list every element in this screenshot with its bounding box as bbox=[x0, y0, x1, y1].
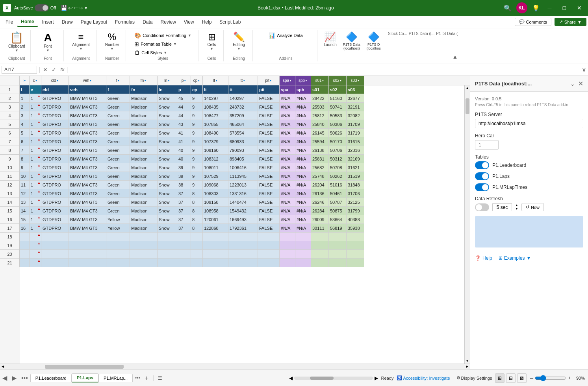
cell-8-2[interactable]: GTDPRO bbox=[41, 146, 69, 155]
cell-1-12[interactable]: spa bbox=[280, 85, 295, 94]
cell-7-2[interactable]: GTDPRO bbox=[41, 137, 69, 146]
bottom-scroll-track[interactable] bbox=[294, 377, 373, 380]
cell-3-9[interactable]: 108435 bbox=[203, 103, 228, 111]
cell-12-8[interactable]: 9 bbox=[191, 181, 203, 189]
cell-12-13[interactable]: #N/A bbox=[295, 181, 311, 189]
refresh-interval-input[interactable] bbox=[492, 203, 512, 211]
cell-13-14[interactable]: 26136 bbox=[311, 189, 329, 198]
cell-12-4[interactable]: Green bbox=[106, 181, 130, 189]
cell-16-15[interactable]: 53664 bbox=[329, 215, 347, 224]
cell-21-3[interactable] bbox=[69, 259, 106, 267]
cell-10-9[interactable]: 108011 bbox=[203, 163, 228, 172]
cell-17-2[interactable]: GTDPRO bbox=[41, 224, 69, 233]
number-button[interactable]: % Number ▼ bbox=[104, 31, 121, 52]
cell-4-16[interactable]: 32082 bbox=[347, 111, 364, 120]
cell-5-4[interactable]: Green bbox=[106, 120, 130, 129]
cell-16-16[interactable]: 40388 bbox=[347, 215, 364, 224]
cell-17-5[interactable]: Madison bbox=[130, 224, 158, 233]
analyze-data-button[interactable]: 📊 Analyze Data bbox=[266, 31, 305, 39]
row-header-1[interactable]: 1 bbox=[0, 85, 20, 94]
share-button[interactable]: ↗ Share ▼ bbox=[555, 18, 586, 26]
examples-link[interactable]: ⊞ Examples ▼ bbox=[499, 255, 531, 261]
cell-12-16[interactable]: 31848 bbox=[347, 181, 364, 189]
cell-10-8[interactable]: 9 bbox=[191, 163, 203, 172]
menu-draw[interactable]: Draw bbox=[58, 18, 77, 26]
row-header-15[interactable]: 15 bbox=[0, 207, 20, 215]
cell-11-3[interactable]: BMW M4 GT3 bbox=[69, 172, 106, 181]
cell-17-9[interactable]: 122868 bbox=[203, 224, 228, 233]
cell-9-10[interactable]: 898405 bbox=[228, 155, 258, 163]
scroll-left-button[interactable]: ◀ bbox=[0, 364, 6, 369]
cell-7-0[interactable]: 6 bbox=[20, 137, 30, 146]
cell-11-10[interactable]: 1113945 bbox=[228, 172, 258, 181]
cell-20-10[interactable] bbox=[228, 250, 258, 259]
cell-15-14[interactable]: 26284 bbox=[311, 207, 329, 215]
formula-cancel-icon[interactable]: ✕ bbox=[42, 66, 49, 73]
cell-20-0[interactable] bbox=[20, 250, 30, 259]
cell-5-14[interactable]: 25840 bbox=[311, 120, 329, 129]
clipboard-button[interactable]: 📋 Clipboard ▼ bbox=[7, 31, 27, 53]
menu-view[interactable]: View bbox=[180, 18, 198, 26]
cell-15-6[interactable]: Snow bbox=[158, 207, 177, 215]
cell-21-7[interactable] bbox=[177, 259, 191, 267]
cell-6-0[interactable]: 5 bbox=[20, 129, 30, 137]
menu-home[interactable]: Home bbox=[17, 17, 38, 27]
cell-16-12[interactable]: #N/A bbox=[280, 215, 295, 224]
cell-7-12[interactable]: #N/A bbox=[280, 137, 295, 146]
cell-8-7[interactable]: 40 bbox=[177, 146, 191, 155]
laps-toggle[interactable] bbox=[475, 172, 489, 180]
p1ts-localhost-button[interactable]: 🔷 P1TS Data(localhost) bbox=[341, 31, 362, 51]
cell-1-15[interactable]: s02 bbox=[329, 85, 347, 94]
cell-15-9[interactable]: 108958 bbox=[203, 207, 228, 215]
cell-12-2[interactable]: GTDPRO bbox=[41, 181, 69, 189]
cell-4-11[interactable]: FALSE bbox=[258, 111, 280, 120]
menu-page-layout[interactable]: Page Layout bbox=[77, 18, 111, 26]
cell-15-16[interactable]: 31799 bbox=[347, 207, 364, 215]
cell-13-15[interactable]: 50461 bbox=[329, 189, 347, 198]
cell-11-6[interactable]: Snow bbox=[158, 172, 177, 181]
cell-19-1[interactable]: ▲ bbox=[30, 241, 41, 250]
search-icon[interactable]: 🔍 bbox=[504, 4, 512, 12]
cell-16-5[interactable]: Madison bbox=[130, 215, 158, 224]
cell-18-14[interactable] bbox=[311, 233, 329, 241]
cell-21-5[interactable] bbox=[130, 259, 158, 267]
cell-14-5[interactable]: Madison bbox=[130, 198, 158, 207]
cell-7-15[interactable]: 50170 bbox=[329, 137, 347, 146]
cell-3-6[interactable]: Snow bbox=[158, 103, 177, 111]
formula-fx-label[interactable]: fx bbox=[59, 66, 65, 73]
cell-16-7[interactable]: 37 bbox=[177, 215, 191, 224]
cell-18-12[interactable] bbox=[280, 233, 295, 241]
row-header-5[interactable]: 5 bbox=[0, 120, 20, 129]
cell-4-3[interactable]: BMW M4 GT3 bbox=[69, 111, 106, 120]
row-header-14[interactable]: 14 bbox=[0, 198, 20, 207]
cell-2-8[interactable]: 9 bbox=[191, 94, 203, 103]
hscroll-right-btn[interactable]: ▶ bbox=[375, 375, 378, 381]
cell-21-0[interactable] bbox=[20, 259, 30, 267]
cell-2-11[interactable]: FALSE bbox=[258, 94, 280, 103]
cell-16-3[interactable]: BMW M4 GT3 bbox=[69, 215, 106, 224]
cell-17-6[interactable]: Snow bbox=[158, 224, 177, 233]
cell-13-7[interactable]: 37 bbox=[177, 189, 191, 198]
cell-19-7[interactable] bbox=[177, 241, 191, 250]
cell-10-13[interactable]: #N/A bbox=[295, 163, 311, 172]
col-header-A[interactable]: l▼ bbox=[20, 76, 30, 85]
cell-11-8[interactable]: 9 bbox=[191, 172, 203, 181]
cell-20-7[interactable] bbox=[177, 250, 191, 259]
cell-10-6[interactable]: Snow bbox=[158, 163, 177, 172]
sheet-options-button[interactable]: ☰ bbox=[156, 375, 165, 381]
row-header-12[interactable]: 12 bbox=[0, 181, 20, 189]
col-header-I[interactable]: cp▼ bbox=[191, 76, 203, 85]
cell-2-0[interactable]: 1 bbox=[20, 94, 30, 103]
cell-11-4[interactable]: Green bbox=[106, 172, 130, 181]
cell-18-7[interactable] bbox=[177, 233, 191, 241]
font-button[interactable]: A Font ▼ bbox=[40, 31, 56, 53]
cell-6-14[interactable]: 26145 bbox=[311, 129, 329, 137]
cell-18-15[interactable] bbox=[329, 233, 347, 241]
cell-9-0[interactable]: 8 bbox=[20, 155, 30, 163]
cell-1-3[interactable]: veh bbox=[69, 85, 106, 94]
cell-1-5[interactable]: fn bbox=[130, 85, 158, 94]
cell-3-8[interactable]: 9 bbox=[191, 103, 203, 111]
cell-7-6[interactable]: Snow bbox=[158, 137, 177, 146]
row-header-16[interactable]: 16 bbox=[0, 215, 20, 224]
cell-1-10[interactable]: tt bbox=[228, 85, 258, 94]
